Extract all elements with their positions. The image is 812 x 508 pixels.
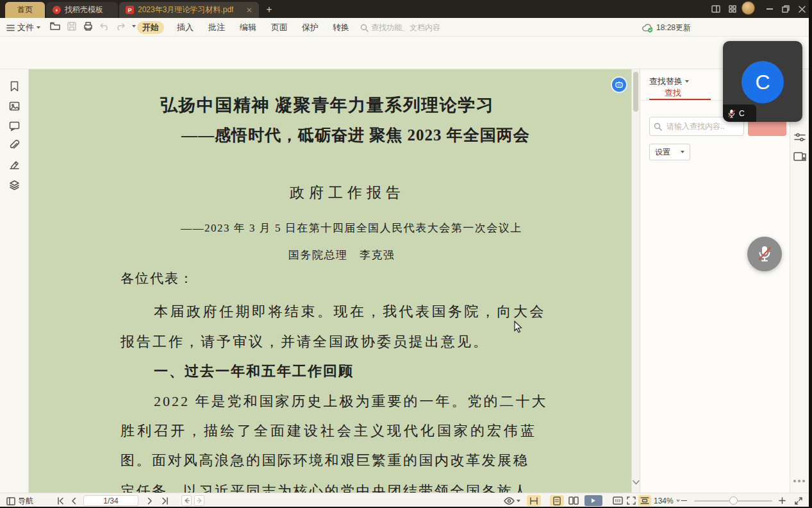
new-tab-button[interactable]: + [263,3,276,16]
double-page-mode-button[interactable] [566,495,581,506]
menu-tab-convert[interactable]: 转换 [327,21,354,34]
chevron-down-icon [685,80,689,83]
panel-title[interactable]: 查找替换 [649,76,689,87]
cloud-sync-status[interactable]: 18:28更新 [642,22,691,33]
minimize-button[interactable] [763,3,777,15]
file-menu[interactable]: 文件 [6,22,40,33]
next-page-button-status[interactable] [147,495,153,506]
redo-icon[interactable] [116,22,125,30]
navigation-toggle[interactable]: 导航 [6,496,33,507]
back-button[interactable] [181,495,192,506]
tab-home[interactable]: 首页 [5,2,45,18]
search-icon [360,24,369,32]
scrollbar-thumb[interactable] [633,72,638,112]
meeting-video-overlay[interactable]: C C [723,41,802,122]
menu-tab-edit[interactable]: 编辑 [235,21,261,34]
find-replace-panel: 查找替换 查找 设置 [640,69,790,493]
command-search[interactable]: 查找功能、文档内容 [360,22,440,33]
doc-dateline: ——2023 年 3 月 5 日在第十四届全国人民代表大会第一次会议上 [181,221,522,235]
mouse-cursor [514,321,524,334]
signature-stamp-icon[interactable] [9,160,20,171]
file-menu-label: 文件 [17,22,34,33]
apps-grid-icon[interactable] [725,3,740,15]
doc-author: 国务院总理 李克强 [288,248,395,262]
pdf-page[interactable]: 弘扬中国精神 凝聚青年力量系列理论学习 ——感悟时代，砥砺奋进 聚焦 2023 … [29,69,631,493]
strip-more-icon[interactable] [793,480,805,482]
doc-salutation: 各位代表： [120,269,194,287]
actual-size-button-status[interactable] [611,495,624,506]
menu-tab-page[interactable]: 页面 [266,21,293,34]
update-status-label: 18:28更新 [656,22,691,33]
bookmark-icon[interactable] [9,81,20,92]
tab-pdf-document[interactable]: P 2023年3月理论学习材料.pdf ✕ [119,2,259,18]
quickbar-dropdown-icon[interactable] [132,25,136,28]
window-layout-icon[interactable] [709,3,723,15]
comment-icon[interactable] [9,121,20,131]
menubar: 文件 开始 插入 批注 编辑 页面 保护 转换 查找功能、文档内容 18:28更… [0,18,812,37]
docer-icon: ◗ [53,6,61,14]
tab-docer-label: 找稻壳模板 [65,4,103,15]
titlebar: 首页 ◗ 找稻壳模板 P 2023年3月理论学习材料.pdf ✕ + [0,0,812,18]
search-icon [654,123,662,131]
fullscreen-icon[interactable] [793,495,804,506]
zoom-slider-knob[interactable] [729,496,738,505]
doc-paragraph-line: 胜利召开，描绘了全面建设社会主义现代化国家的宏伟蓝 [120,421,537,441]
last-page-button[interactable] [162,495,169,506]
close-button[interactable] [795,3,809,15]
undo-icon[interactable] [100,22,109,30]
prev-page-button-status[interactable] [70,495,76,506]
save-icon[interactable] [67,22,76,31]
page-indicator-field[interactable]: 1/34 [83,495,138,506]
meeting-participant-name: C [739,109,745,118]
open-icon[interactable] [50,22,60,31]
mic-muted-button[interactable] [747,237,782,271]
meeting-participant-chip: C [723,105,756,122]
find-settings-dropdown[interactable]: 设置 [649,144,690,160]
user-avatar[interactable] [741,1,755,14]
tab-find-label: 查找 [665,88,681,97]
menu-tab-protect[interactable]: 保护 [297,21,324,34]
fit-page-button-status[interactable] [625,495,638,506]
tab-find[interactable]: 查找 [665,87,681,99]
thumbnail-icon[interactable] [9,101,20,112]
menu-home-label: 开始 [142,22,159,32]
chevron-down-icon [37,26,40,29]
single-page-mode-button[interactable] [550,495,564,506]
zoom-in-button-status[interactable] [777,495,786,506]
toolbar: 手型 选择 PDF转Office PDF转图片 拆分合并 播放 阅读模式 [0,37,812,69]
reader-view-icon[interactable] [793,151,806,162]
navigation-label: 导航 [18,496,33,507]
zoom-out-button-status[interactable] [679,495,688,506]
chevron-down-icon [681,151,684,153]
layers-icon[interactable] [9,180,20,190]
meeting-avatar: C [742,61,784,103]
menu-tab-home[interactable]: 开始 [137,21,164,34]
menu-tab-comment[interactable]: 批注 [203,21,230,34]
eye-protect-button[interactable] [504,495,520,506]
tab-close-icon[interactable]: ✕ [246,6,253,15]
zoom-percent-dropdown[interactable]: 134% [654,495,680,506]
continuous-mode-button[interactable] [527,495,541,506]
tab-docer-templates[interactable]: ◗ 找稻壳模板 [46,2,118,18]
adjust-sliders-icon[interactable] [794,132,806,142]
first-page-button[interactable] [56,495,64,506]
vertical-scrollbar[interactable] [631,69,640,493]
tab-pdf-label: 2023年3月理论学习材料.pdf [138,4,233,15]
scroll-down-icon[interactable] [633,480,640,485]
print-icon[interactable] [83,22,93,31]
menu-tab-insert[interactable]: 插入 [172,21,199,34]
doc-section-heading: 一、过去一年和五年工作回顾 [154,362,354,381]
restore-button[interactable] [779,3,793,15]
wps-assistant-badge[interactable] [611,76,627,93]
doc-report-title: 政府工作报告 [290,183,405,203]
play-slideshow-button[interactable] [584,495,602,506]
menu-insert-label: 插入 [177,22,194,32]
window-frame-edge [809,0,812,508]
menu-protect-label: 保护 [302,22,319,32]
forward-button[interactable] [194,495,204,506]
mic-muted-icon [727,109,736,118]
command-search-placeholder: 查找功能、文档内容 [371,22,440,33]
doc-paragraph-line: 图。面对风高浪急的国际环境和艰巨繁重的国内改革发展稳 [120,451,529,470]
fit-width-button-status[interactable] [638,495,651,506]
attachment-icon[interactable] [9,140,20,151]
